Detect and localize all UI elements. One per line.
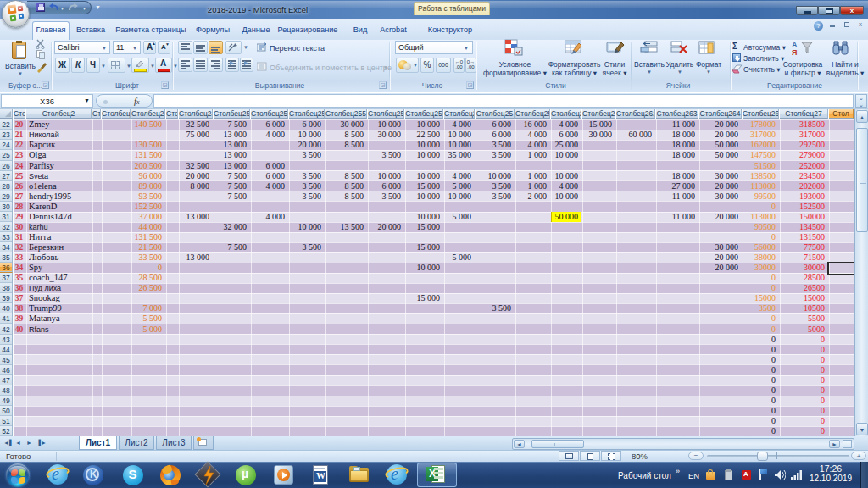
- svg-text:Я: Я: [792, 48, 797, 57]
